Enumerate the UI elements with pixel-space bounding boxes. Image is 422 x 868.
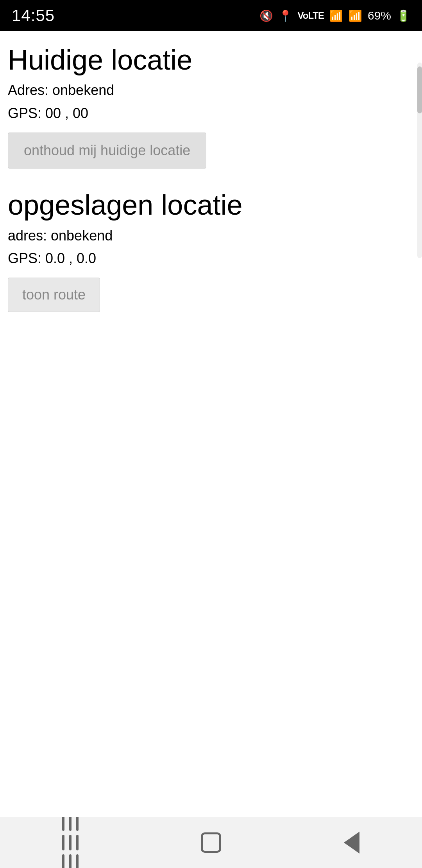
home-icon <box>201 832 221 853</box>
saved-location-section: opgeslagen locatie adres: onbekend GPS: … <box>8 188 410 312</box>
status-bar: 14:55 🔇 📍 VoLTE 📶 📶 69% 🔋 <box>0 0 422 31</box>
home-button[interactable] <box>188 827 234 858</box>
signal-icon: 📶 <box>349 9 362 22</box>
scrollbar-track[interactable] <box>417 63 422 258</box>
current-location-title: Huidige locatie <box>8 43 410 77</box>
status-icons: 🔇 📍 VoLTE 📶 📶 69% 🔋 <box>259 9 410 22</box>
current-gps-label: GPS: 00 , 00 <box>8 104 410 123</box>
back-button[interactable] <box>328 827 375 858</box>
show-route-button[interactable]: toon route <box>8 278 100 312</box>
saved-location-title: opgeslagen locatie <box>8 188 410 222</box>
back-icon <box>344 832 359 854</box>
battery-percentage: 69% <box>368 9 391 22</box>
nav-bar <box>0 817 422 868</box>
recent-apps-icon <box>62 815 79 868</box>
mute-icon: 🔇 <box>259 9 273 22</box>
scrollbar-thumb[interactable] <box>417 66 422 113</box>
current-location-section: Huidige locatie Adres: onbekend GPS: 00 … <box>8 43 410 184</box>
status-time: 14:55 <box>12 6 55 25</box>
saved-gps-label: GPS: 0.0 , 0.0 <box>8 249 410 268</box>
remember-location-button[interactable]: onthoud mij huidige locatie <box>8 133 206 169</box>
main-content: Huidige locatie Adres: onbekend GPS: 00 … <box>0 31 422 817</box>
wifi-icon: 📶 <box>329 9 343 22</box>
saved-address-label: adres: onbekend <box>8 226 410 246</box>
recent-apps-button[interactable] <box>47 827 94 858</box>
location-icon: 📍 <box>279 9 292 22</box>
volte-icon: VoLTE <box>298 10 324 21</box>
current-address-label: Adres: onbekend <box>8 81 410 100</box>
battery-icon: 🔋 <box>397 9 410 22</box>
